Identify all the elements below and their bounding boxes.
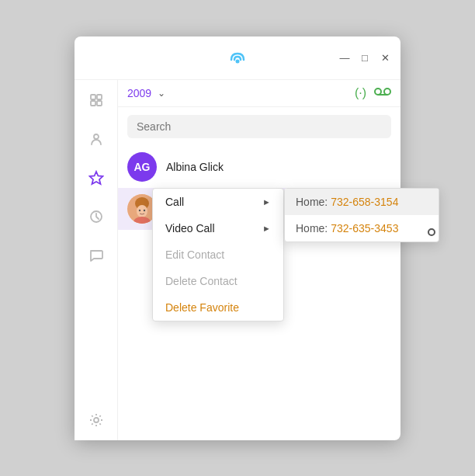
delete-favorite-label: Delete Favorite bbox=[165, 301, 239, 314]
title-bar: — □ ✕ bbox=[75, 36, 400, 80]
svg-marker-6 bbox=[89, 172, 102, 184]
submenu-phone-1[interactable]: Home:732-658-3154 bbox=[285, 189, 439, 215]
svg-point-9 bbox=[375, 89, 381, 95]
svg-point-8 bbox=[94, 418, 99, 422]
avatar: AG bbox=[127, 152, 157, 182]
sidebar-item-settings[interactable] bbox=[84, 408, 109, 433]
delete-contact-label: Delete Contact bbox=[165, 275, 238, 287]
phone-2-label: Home: bbox=[296, 222, 328, 235]
context-menu-delete-contact: Delete Contact bbox=[153, 268, 283, 294]
phone-1-label: Home: bbox=[296, 196, 328, 208]
account-dropdown-icon[interactable]: ⌄ bbox=[158, 88, 165, 99]
sidebar-item-contacts[interactable] bbox=[84, 127, 109, 151]
search-bar bbox=[118, 107, 400, 146]
svg-rect-2 bbox=[97, 95, 102, 99]
wifi-status-icon: (·) bbox=[355, 86, 366, 100]
minimize-button[interactable]: — bbox=[338, 51, 351, 64]
account-number: 2009 bbox=[127, 87, 151, 99]
context-menu-video-call[interactable]: Video Call ► bbox=[153, 215, 283, 241]
voicemail-icon bbox=[374, 86, 391, 100]
context-menu-edit-contact: Edit Contact bbox=[153, 241, 283, 268]
submenu-phone-2[interactable]: Home:732-635-3453 bbox=[285, 215, 439, 241]
svg-point-0 bbox=[236, 59, 240, 63]
svg-point-17 bbox=[144, 209, 145, 210]
status-icons: (·) bbox=[355, 86, 391, 100]
search-input[interactable] bbox=[127, 115, 391, 138]
context-menu: Call ► Video Call ► Edit Contact Delete … bbox=[152, 188, 284, 321]
context-menu-call[interactable]: Call ► bbox=[153, 189, 283, 215]
video-call-label: Video Call bbox=[165, 222, 215, 235]
sidebar-item-grid[interactable] bbox=[84, 88, 109, 113]
phone-1-number: 732-658-3154 bbox=[331, 196, 398, 208]
sidebar bbox=[75, 80, 118, 440]
edit-contact-label: Edit Contact bbox=[165, 248, 224, 261]
svg-point-5 bbox=[94, 134, 99, 139]
phone-2-number: 732-635-3453 bbox=[331, 222, 398, 235]
window-controls: — □ ✕ bbox=[338, 51, 391, 64]
app-logo bbox=[225, 44, 250, 73]
svg-rect-4 bbox=[97, 101, 102, 106]
svg-rect-3 bbox=[91, 101, 95, 106]
svg-point-16 bbox=[139, 209, 140, 210]
close-button[interactable]: ✕ bbox=[379, 51, 391, 64]
maximize-button[interactable]: □ bbox=[359, 51, 371, 64]
svg-point-10 bbox=[384, 89, 390, 95]
sidebar-item-favorites[interactable] bbox=[84, 165, 109, 190]
contact-name: Albina Glick bbox=[166, 161, 224, 173]
top-bar: 2009 ⌄ (·) bbox=[118, 80, 400, 107]
call-submenu-icon: ► bbox=[262, 197, 271, 207]
call-label: Call bbox=[165, 196, 184, 208]
context-menu-delete-favorite[interactable]: Delete Favorite bbox=[153, 294, 283, 321]
contact-item[interactable]: AG Albina Glick bbox=[118, 146, 400, 188]
video-call-submenu-icon: ► bbox=[262, 224, 271, 233]
svg-point-14 bbox=[137, 205, 147, 217]
svg-rect-1 bbox=[91, 95, 95, 99]
call-submenu: Home:732-658-3154 Home:732-635-3453 bbox=[284, 188, 439, 242]
sidebar-item-history[interactable] bbox=[84, 204, 109, 229]
app-window: — □ ✕ bbox=[75, 36, 400, 440]
sidebar-item-messages[interactable] bbox=[84, 243, 109, 268]
